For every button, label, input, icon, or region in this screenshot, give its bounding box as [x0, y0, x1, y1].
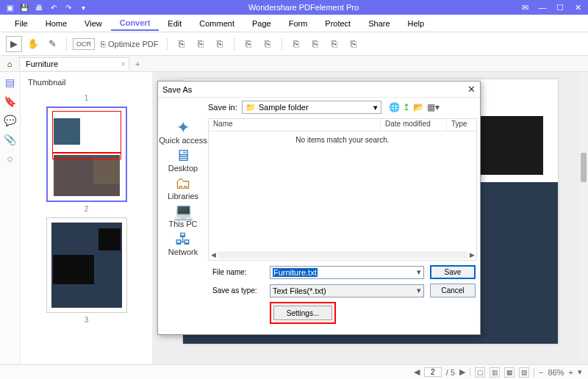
minimize-icon[interactable]: —	[537, 1, 548, 13]
tab-label: Furniture	[26, 59, 58, 68]
scroll-right-icon[interactable]: ▶	[467, 251, 476, 259]
menu-protect[interactable]: Protect	[316, 17, 359, 30]
menu-convert[interactable]: Convert	[111, 16, 159, 31]
chevron-down-icon[interactable]: ▾	[417, 286, 421, 295]
ocr-button[interactable]: OCR	[73, 38, 95, 50]
home-tab-icon[interactable]: ⌂	[0, 59, 19, 68]
savein-label: Save in:	[162, 103, 237, 112]
maximize-icon[interactable]: ☐	[554, 1, 566, 13]
cancel-button[interactable]: Cancel	[430, 284, 476, 297]
place-quick-access[interactable]: ✦Quick access	[159, 120, 207, 145]
col-name[interactable]: Name	[209, 119, 381, 131]
optimize-label: Optimize PDF	[108, 40, 158, 48]
convert-rtf-icon[interactable]: ⎘	[326, 36, 343, 52]
bookmarks-tab-icon[interactable]: 🔖	[4, 95, 16, 107]
convert-text-icon[interactable]: ⎘	[259, 36, 276, 52]
place-network[interactable]: 🖧Network	[168, 231, 198, 256]
convert-image-icon[interactable]: ⎘	[240, 36, 257, 52]
titlebar: ▣ 💾 🖶 ↶ ↷ ▾ Wondershare PDFelement Pro ✉…	[0, 0, 588, 15]
menu-help[interactable]: Help	[399, 17, 434, 30]
savein-combo[interactable]: 📁 Sample folder ▾	[242, 101, 381, 114]
statusbar: ◀ / 5 ▶ ▢ ▥ ▦ ▧ − 86% + ▾	[0, 364, 588, 379]
saveastype-combo[interactable]: Text Files(*.txt) ▾	[270, 284, 424, 297]
convert-word-icon[interactable]: ⎘	[173, 36, 190, 52]
views-icon[interactable]: ▦▾	[427, 102, 440, 112]
menu-home[interactable]: Home	[37, 17, 76, 30]
zoom-dropdown-icon[interactable]: ▾	[578, 367, 582, 377]
thumbnail-page-1[interactable]	[46, 107, 127, 202]
convert-other-icon[interactable]: ⎘	[345, 36, 362, 52]
view-single-icon[interactable]: ▢	[475, 367, 485, 378]
optimize-button[interactable]: ⎘Optimize PDF	[98, 38, 161, 50]
document-tab[interactable]: Furniture ×	[19, 57, 129, 70]
horizontal-scrollbar[interactable]: ◀ ▶	[209, 250, 476, 260]
dialog-titlebar: Save As ✕	[158, 82, 480, 98]
place-libraries[interactable]: 🗂Libraries	[168, 176, 198, 201]
scroll-track[interactable]	[218, 251, 467, 259]
chevron-down-icon[interactable]: ▾	[417, 267, 421, 277]
vertical-scrollbar[interactable]	[579, 72, 588, 364]
mail-icon[interactable]: ✉	[519, 1, 531, 13]
convert-html-icon[interactable]: ⎘	[307, 36, 323, 52]
close-icon[interactable]: ✕	[572, 1, 584, 13]
zoom-in-icon[interactable]: +	[569, 368, 573, 377]
save-button[interactable]: Save	[430, 265, 476, 279]
place-desktop[interactable]: 🖥Desktop	[168, 148, 198, 173]
save-icon[interactable]: 💾	[19, 2, 29, 12]
print-icon[interactable]: 🖶	[34, 2, 44, 12]
prev-page-icon[interactable]: ◀	[414, 367, 420, 377]
file-list[interactable]: Name Date modified Type No items match y…	[208, 118, 477, 261]
next-page-icon[interactable]: ▶	[459, 367, 465, 377]
scroll-left-icon[interactable]: ◀	[209, 251, 218, 259]
settings-button[interactable]: Settings...	[273, 306, 332, 320]
page-input[interactable]	[424, 367, 442, 377]
thumbnail-panel: Thumbnail 1 2 3	[21, 72, 153, 364]
menu-comment[interactable]: Comment	[190, 17, 243, 30]
undo-icon[interactable]: ↶	[49, 2, 59, 12]
separator	[66, 37, 67, 51]
filename-value: Furniture.txt	[273, 268, 318, 277]
view-continuous-icon[interactable]: ▥	[490, 367, 500, 378]
scrollbar-thumb[interactable]	[581, 153, 587, 182]
tabbar: ⌂ Furniture × +	[0, 56, 588, 72]
settings-highlight: Settings...	[270, 302, 336, 324]
comments-tab-icon[interactable]: 💬	[4, 115, 16, 126]
menu-form[interactable]: Form	[280, 17, 317, 30]
attachments-tab-icon[interactable]: 📎	[4, 134, 16, 145]
filename-label: File name:	[212, 268, 264, 276]
zoom-out-icon[interactable]: −	[539, 368, 543, 377]
view-facing-icon[interactable]: ▦	[504, 367, 514, 378]
convert-excel-icon[interactable]: ⎘	[193, 36, 209, 52]
tab-close-icon[interactable]: ×	[121, 59, 126, 68]
thumbnail-page-2[interactable]	[46, 217, 127, 313]
up-icon[interactable]: ↥	[403, 102, 410, 112]
page-number: 1	[25, 94, 148, 102]
menu-edit[interactable]: Edit	[159, 17, 190, 30]
dialog-close-icon[interactable]: ✕	[467, 84, 476, 95]
dialog-bottom: File name: Furniture.txt ▾ Save Save as …	[158, 262, 480, 334]
thumbnails-tab-icon[interactable]: ▤	[5, 76, 15, 88]
convert-ppt-icon[interactable]: ⎘	[212, 36, 228, 52]
menu-file[interactable]: File	[6, 17, 37, 30]
dialog-body: ✦Quick access 🖥Desktop 🗂Libraries 💻This …	[158, 117, 480, 262]
place-label: Desktop	[168, 164, 198, 173]
separator	[470, 368, 470, 377]
col-date[interactable]: Date modified	[381, 119, 447, 131]
view-two-icon[interactable]: ▧	[519, 367, 529, 378]
convert-epub-icon[interactable]: ⎘	[288, 36, 304, 52]
new-tab-icon[interactable]: +	[129, 59, 146, 68]
edit-icon[interactable]: ✎	[44, 36, 60, 52]
col-type[interactable]: Type	[447, 119, 476, 131]
menu-share[interactable]: Share	[359, 17, 398, 30]
hand-icon[interactable]: ✋	[25, 36, 41, 52]
filename-input[interactable]: Furniture.txt ▾	[270, 266, 424, 279]
search-tab-icon[interactable]: ○	[7, 153, 12, 165]
new-folder-icon[interactable]: 📂	[413, 102, 424, 112]
back-icon[interactable]: 🌐	[389, 102, 400, 112]
redo-icon[interactable]: ↷	[63, 2, 74, 12]
menu-view[interactable]: View	[76, 17, 111, 30]
dropdown-icon[interactable]: ▾	[78, 2, 88, 12]
pointer-icon[interactable]: ▶	[6, 36, 22, 52]
place-thispc[interactable]: 💻This PC	[168, 203, 197, 228]
menu-page[interactable]: Page	[243, 17, 280, 30]
